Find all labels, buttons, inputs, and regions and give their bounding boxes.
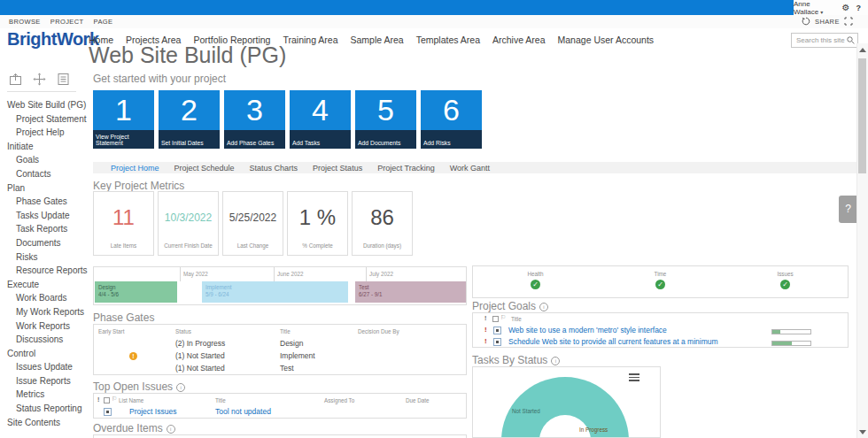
ribbon-tab-page[interactable]: PAGE <box>94 18 113 26</box>
sidebar-item-status-reporting[interactable]: Status Reporting <box>0 402 85 416</box>
select-all-checkbox[interactable] <box>104 397 110 403</box>
brightwork-logo[interactable]: BrightWork <box>7 29 99 50</box>
help-icon[interactable]: ? <box>856 4 862 12</box>
tab-project-tracking[interactable]: Project Tracking <box>377 164 435 173</box>
move-icon[interactable] <box>33 73 46 86</box>
tile-add-phase-gates[interactable]: 3 Add Phase Gates <box>224 90 285 149</box>
sidebar-item-control[interactable]: Control <box>0 347 85 361</box>
nav-training-area[interactable]: Training Area <box>283 35 337 45</box>
sidebar-item-my-work-reports[interactable]: My Work Reports <box>0 305 85 319</box>
tasks-by-status-chart: Not Started In Progress <box>472 366 661 438</box>
metric-last-change[interactable]: 5/25/2022 Last Change <box>222 191 283 256</box>
month-label: May 2022 <box>183 271 208 277</box>
info-icon[interactable]: i <box>176 383 185 392</box>
metric-current-finish-date[interactable]: 10/3/2022 Current Finish Date <box>158 191 219 256</box>
share-label[interactable]: SHARE <box>815 18 840 26</box>
timeline-bar-test[interactable]: Test 6/27 - 9/1 <box>355 281 467 303</box>
info-icon[interactable]: i <box>551 357 560 365</box>
row-expand-icon[interactable] <box>493 338 501 346</box>
sidebar-item-contacts[interactable]: Contacts <box>0 167 85 181</box>
sidebar-item-project-statement[interactable]: Project Statement <box>0 112 85 127</box>
issue-title-link[interactable]: Tool not updated <box>215 407 271 416</box>
goal-title-link[interactable]: Schedule Web site to provide all current… <box>508 337 718 346</box>
timeline-bar-implement[interactable]: Implement 5/9 - 6/24 <box>202 281 348 303</box>
month-label: June 2022 <box>277 271 303 277</box>
info-icon[interactable]: i <box>167 425 175 434</box>
sidebar-item-work-reports[interactable]: Work Reports <box>0 319 85 334</box>
tab-status-charts[interactable]: Status Charts <box>250 164 298 173</box>
tab-work-gantt[interactable]: Work Gantt <box>450 164 490 173</box>
select-all-checkbox[interactable] <box>492 316 499 322</box>
sidebar-item-tasks-update[interactable]: Tasks Update <box>0 209 85 223</box>
scrollbar-up-arrow[interactable] <box>859 48 866 52</box>
sidebar-item-project-help[interactable]: Project Help <box>0 126 85 140</box>
sidebar-item-issue-reports[interactable]: Issue Reports <box>0 374 85 388</box>
row-expand-icon[interactable] <box>493 327 501 334</box>
sidebar-item-site-contents[interactable]: Site Contents <box>0 416 85 430</box>
timeline-bar-design[interactable]: Design 4/4 - 5/6 <box>95 281 177 303</box>
metric-duration-days[interactable]: 86 Duration (days) <box>352 191 413 256</box>
focus-icon[interactable] <box>844 17 853 26</box>
issue-list-name-link[interactable]: Project Issues <box>129 407 176 416</box>
user-menu[interactable]: Anne Wallace▾ <box>794 0 836 16</box>
sidebar-item-task-reports[interactable]: Task Reports <box>0 222 85 236</box>
help-tab[interactable]: ? <box>839 196 857 223</box>
tile-caption: Add Tasks <box>290 130 351 149</box>
tile-add-tasks[interactable]: 4 Add Tasks <box>290 90 351 149</box>
phase-gate-status: (2) In Progress <box>175 339 225 348</box>
notebook-icon[interactable] <box>57 73 70 86</box>
gear-icon[interactable]: ⚙ <box>842 4 850 12</box>
goal-title-link[interactable]: Web site to use a modern 'metro' style i… <box>508 326 667 334</box>
ribbon-tab-project[interactable]: PROJECT <box>50 18 84 26</box>
metric-value: 1 % <box>288 205 347 230</box>
nav-manage-user-accounts[interactable]: Manage User Accounts <box>558 35 655 45</box>
share-site-icon[interactable] <box>9 73 22 86</box>
sidebar-item-discussions[interactable]: Discussions <box>0 333 85 347</box>
sidebar-item-issues-update[interactable]: Issues Update <box>0 360 85 374</box>
status-label: Time <box>598 271 723 277</box>
tile-view-project-statement[interactable]: 1 View Project Statement <box>93 90 154 149</box>
sidebar-item-work-boards[interactable]: Work Boards <box>0 291 85 305</box>
donut-label-not-started: Not Started <box>512 408 540 414</box>
scrollbar-down-arrow[interactable] <box>859 430 866 434</box>
nav-sample-area[interactable]: Sample Area <box>351 35 404 45</box>
chart-menu-icon[interactable] <box>629 373 639 383</box>
share-icon[interactable] <box>802 17 810 26</box>
tab-project-schedule[interactable]: Project Schedule <box>174 164 235 173</box>
sidebar-item-risks[interactable]: Risks <box>0 250 85 265</box>
top-open-issues-heading: Top Open Issuesi <box>93 380 185 393</box>
metric-value: 11 <box>94 205 153 230</box>
sidebar-item-resource-reports[interactable]: Resource Reports <box>0 264 85 278</box>
status-summary: Health ✓ Time ✓ Issues ✓ <box>472 265 849 298</box>
sidebar-item-plan[interactable]: Plan <box>0 181 85 196</box>
bar-dates: 4/4 - 5/6 <box>98 291 177 298</box>
sidebar-item-goals[interactable]: Goals <box>0 153 85 167</box>
tile-add-documents[interactable]: 5 Add Documents <box>355 90 416 149</box>
tile-add-risks[interactable]: 6 Add Risks <box>421 90 482 149</box>
month-label: July 2022 <box>369 271 393 277</box>
metric-late-items[interactable]: 11 Late Items <box>93 191 154 256</box>
nav-archive-area[interactable]: Archive Area <box>492 35 546 45</box>
metric-percent-complete[interactable]: 1 % % Complete <box>287 191 348 256</box>
scrollbar-thumb[interactable] <box>858 58 866 173</box>
ribbon-tab-browse[interactable]: BROWSE <box>9 18 41 26</box>
priority-high-icon: ! <box>484 337 487 345</box>
sidebar-item-metrics[interactable]: Metrics <box>0 388 85 402</box>
sidebar-item-execute[interactable]: Execute <box>0 278 85 292</box>
row-expand-icon[interactable] <box>104 408 112 416</box>
sidebar-item-initiate[interactable]: Initiate <box>0 140 85 154</box>
sidebar-item-phase-gates[interactable]: Phase Gates <box>0 195 85 209</box>
search-input[interactable] <box>794 35 847 45</box>
sidebar-nav: Web Site Build (PG) Project Statement Pr… <box>0 98 85 429</box>
sidebar-item-documents[interactable]: Documents <box>0 236 85 250</box>
sidebar-item-web-site-build-pg[interactable]: Web Site Build (PG) <box>0 98 85 112</box>
project-timeline-chart: May 2022 June 2022 July 2022 Design 4/4 … <box>93 266 467 305</box>
info-icon[interactable]: i <box>539 303 548 311</box>
column-title: Title <box>280 328 291 334</box>
search-icon[interactable] <box>847 36 855 44</box>
tab-project-home[interactable]: Project Home <box>111 164 159 173</box>
column-status: Status <box>175 328 191 334</box>
tile-set-initial-dates[interactable]: 2 Set Initial Dates <box>159 90 220 149</box>
nav-templates-area[interactable]: Templates Area <box>416 35 480 45</box>
tab-project-status[interactable]: Project Status <box>313 164 362 173</box>
